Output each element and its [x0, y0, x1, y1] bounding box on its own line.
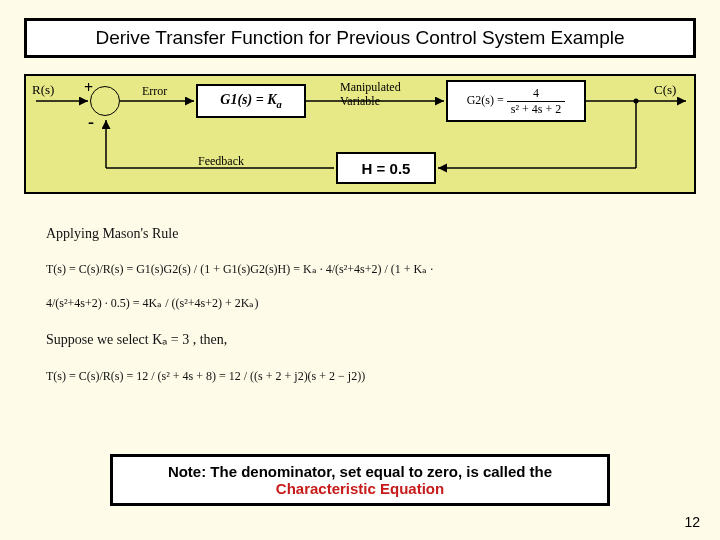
note-pre: Note: The denominator, set equal to zero… — [168, 463, 552, 480]
derivation-line2: Suppose we select Kₐ = 3 , then, — [46, 320, 466, 359]
feedback-label: Feedback — [198, 154, 244, 169]
page-number: 12 — [684, 514, 700, 530]
error-label: Error — [142, 84, 167, 99]
g2-prefix: G2(s) = — [467, 93, 507, 107]
sum-plus-sign: + — [84, 79, 93, 97]
block-diagram: R(s) + - Error G1(s) = Ka Manipulated Va… — [24, 74, 696, 194]
block-g1: G1(s) = Ka — [196, 84, 306, 118]
title-text: Derive Transfer Function for Previous Co… — [95, 27, 624, 48]
g1-text: G1(s) = K — [220, 92, 276, 107]
svg-point-8 — [634, 99, 639, 104]
derivation-eq1: T(s) = C(s)/R(s) = G1(s)G2(s) / (1 + G1(… — [46, 253, 466, 320]
input-label: R(s) — [32, 82, 54, 98]
note-box: Note: The denominator, set equal to zero… — [110, 454, 610, 506]
block-g2: G2(s) = 4 s² + 4s + 2 — [446, 80, 586, 122]
block-h: H = 0.5 — [336, 152, 436, 184]
page-title: Derive Transfer Function for Previous Co… — [24, 18, 696, 58]
summing-junction — [90, 86, 120, 116]
derivation-text: Applying Mason's Rule T(s) = C(s)/R(s) =… — [46, 214, 466, 393]
derivation-line1: Applying Mason's Rule — [46, 214, 466, 253]
manip-label-2: Variable — [340, 94, 380, 109]
g2-num: 4 — [507, 86, 565, 101]
sum-minus-sign: - — [88, 112, 94, 133]
output-label: C(s) — [654, 82, 676, 98]
note-char: Characteristic Equation — [276, 480, 444, 497]
g1-sub: a — [276, 99, 281, 110]
h-text: H = 0.5 — [362, 160, 411, 177]
derivation-eq2: T(s) = C(s)/R(s) = 12 / (s² + 4s + 8) = … — [46, 360, 466, 394]
manip-label-1: Manipulated — [340, 80, 401, 95]
g2-den: s² + 4s + 2 — [507, 101, 565, 117]
